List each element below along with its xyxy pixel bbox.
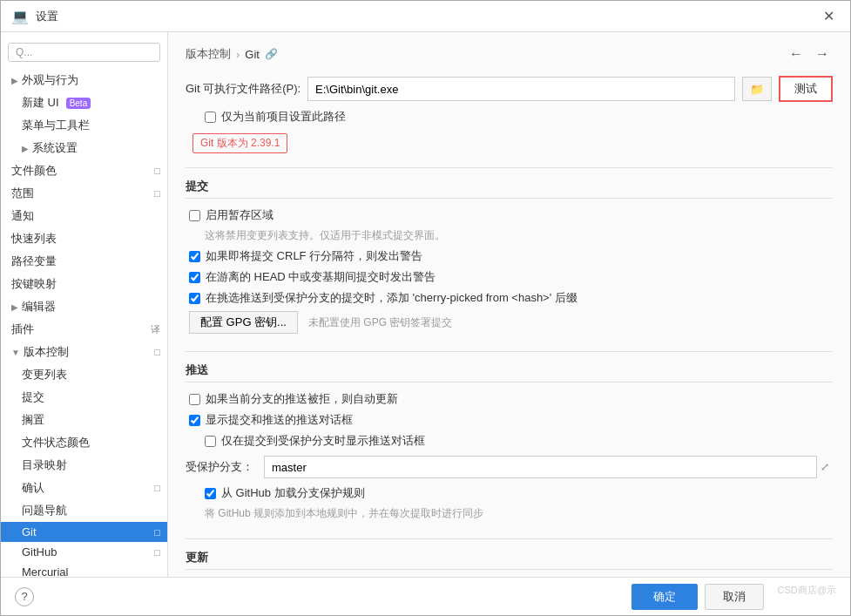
- from-github-checkbox[interactable]: [205, 488, 216, 499]
- expand-icon[interactable]: ⤢: [817, 461, 833, 473]
- sidebar-label-github: GitHub: [22, 545, 57, 558]
- sidebar-item-version-control[interactable]: ▼ 版本控制 □: [1, 341, 167, 363]
- crlf-label: 如果即将提交 CRLF 行分隔符，则发出警告: [206, 248, 422, 264]
- version-label: Git 版本为 2.39.1: [192, 133, 287, 153]
- chevron-right-icon: ▶: [11, 76, 18, 85]
- sidebar-item-editor[interactable]: ▶ 编辑器: [1, 295, 167, 318]
- sidebar-label-shelve: 搁置: [22, 412, 44, 428]
- sidebar-item-mercurial[interactable]: Mercurial: [1, 562, 167, 577]
- protected-dialog-label: 仅在提交到受保护分支时显示推送对话框: [221, 433, 425, 449]
- protected-branch-row: 受保护分支： ⤢: [186, 456, 833, 478]
- sidebar-label-file-colors: 文件颜色: [11, 163, 57, 179]
- sidebar-label-new-ui: 新建 UI: [22, 95, 59, 111]
- close-button[interactable]: ✕: [818, 6, 840, 26]
- chevron-down-icon: ▼: [11, 348, 20, 357]
- only-project-checkbox[interactable]: [205, 112, 216, 123]
- sidebar-item-issue-nav[interactable]: 问题导航: [1, 499, 167, 522]
- cherry-label: 在挑选推送到受保护分支的提交时，添加 'cherry-picked from <…: [206, 290, 577, 306]
- footer-right: 确定 取消 CSD商店@示: [631, 584, 836, 610]
- sidebar-label-appearance: 外观与行为: [22, 72, 78, 88]
- protected-dialog-checkbox[interactable]: [205, 436, 216, 447]
- auto-update-checkbox[interactable]: [189, 394, 200, 405]
- gpg-hint: 未配置使用 GPG 密钥签署提交: [308, 315, 452, 330]
- crlf-row: 如果即将提交 CRLF 行分隔符，则发出警告: [186, 248, 833, 264]
- push-section-title: 推送: [186, 362, 833, 382]
- help-button[interactable]: ?: [15, 587, 34, 606]
- git-path-input[interactable]: [307, 77, 735, 101]
- forward-button[interactable]: →: [812, 46, 833, 62]
- sidebar-item-confirm[interactable]: 确认 □: [1, 477, 167, 499]
- from-github-label: 从 GitHub 加载分支保护规则: [221, 485, 365, 501]
- sidebar-item-new-ui[interactable]: 新建 UI Beta: [1, 91, 167, 114]
- staging-label: 启用暂存区域: [206, 207, 274, 223]
- sidebar-item-commit-vc[interactable]: 提交: [1, 386, 167, 409]
- from-github-hint: 将 GitHub 规则添加到本地规则中，并在每次提取时进行同步: [186, 506, 833, 521]
- sidebar-item-appearance[interactable]: ▶ 外观与行为: [1, 69, 167, 91]
- staging-checkbox[interactable]: [189, 210, 200, 221]
- test-button[interactable]: 测试: [779, 76, 833, 102]
- sidebar-label-issue-nav: 问题导航: [22, 503, 67, 518]
- footer: ? 确定 取消 CSD商店@示: [1, 577, 850, 615]
- breadcrumb-separator: ›: [236, 48, 240, 61]
- sidebar-item-quick-list[interactable]: 快速列表: [1, 227, 167, 250]
- file-colors-badge: □: [154, 166, 160, 176]
- only-project-label: 仅为当前项目设置此路径: [221, 109, 346, 125]
- sidebar-item-path-vars[interactable]: 路径变量: [1, 250, 167, 273]
- sidebar-item-plugins[interactable]: 插件 译: [1, 318, 167, 341]
- sidebar-item-file-status[interactable]: 文件状态颜色: [1, 431, 167, 454]
- sidebar-item-menu-toolbar[interactable]: 菜单与工具栏: [1, 114, 167, 137]
- crlf-checkbox[interactable]: [189, 251, 200, 262]
- beta-badge: Beta: [66, 98, 91, 109]
- staging-row: 启用暂存区域: [186, 207, 833, 223]
- detached-checkbox[interactable]: [189, 272, 200, 283]
- sidebar-label-keymap: 按键映射: [11, 276, 57, 292]
- cherry-checkbox[interactable]: [189, 293, 200, 304]
- sidebar-item-keymap[interactable]: 按键映射: [1, 273, 167, 295]
- sidebar-item-dir-mapping[interactable]: 目录映射: [1, 454, 167, 477]
- update-section: 更新 更新方法： 合并 变基: [186, 550, 833, 577]
- sidebar-label-system: 系统设置: [32, 140, 78, 156]
- push-section: 推送 如果当前分支的推送被拒，则自动更新 显示提交和推送的推送对话框 仅在提交到…: [186, 362, 833, 521]
- sidebar-item-github[interactable]: GitHub □: [1, 542, 167, 562]
- sidebar-label-quick-list: 快速列表: [11, 231, 57, 247]
- gpg-button[interactable]: 配置 GPG 密钥...: [189, 311, 298, 334]
- cherry-row: 在挑选推送到受保护分支的提交时，添加 'cherry-picked from <…: [186, 290, 833, 306]
- update-section-title: 更新: [186, 550, 833, 570]
- sidebar-item-git[interactable]: Git □: [1, 522, 167, 542]
- detached-row: 在游离的 HEAD 中或变基期间提交时发出警告: [186, 269, 833, 285]
- sidebar-label-change-list: 变更列表: [22, 367, 67, 382]
- show-dialog-checkbox[interactable]: [189, 415, 200, 426]
- sidebar-item-scope[interactable]: 范围 □: [1, 182, 167, 205]
- sidebar-label-path-vars: 路径变量: [11, 254, 57, 269]
- sidebar-item-change-list[interactable]: 变更列表: [1, 363, 167, 386]
- sidebar-item-system-settings[interactable]: ▶ 系统设置: [1, 137, 167, 159]
- from-github-row: 从 GitHub 加载分支保护规则: [186, 485, 833, 501]
- footer-left: ?: [15, 587, 34, 606]
- sidebar-label-confirm: 确认: [22, 480, 44, 496]
- protected-branch-label: 受保护分支：: [186, 459, 264, 475]
- search-input[interactable]: [8, 43, 160, 62]
- sidebar-label-notifications: 通知: [11, 208, 34, 224]
- scope-badge: □: [154, 188, 160, 199]
- ok-button[interactable]: 确定: [631, 584, 698, 610]
- plugins-badge: 译: [151, 323, 160, 336]
- app-icon: 💻: [11, 8, 29, 24]
- cancel-button[interactable]: 取消: [705, 584, 764, 610]
- protected-branch-input[interactable]: [264, 456, 817, 478]
- sidebar-item-file-colors[interactable]: 文件颜色 □: [1, 159, 167, 182]
- nav-arrows: ← →: [786, 46, 833, 62]
- sidebar-label-dir-mapping: 目录映射: [22, 457, 67, 473]
- title-bar-left: 💻 设置: [11, 8, 58, 24]
- git-path-input-group: 📁 测试: [307, 76, 833, 102]
- chevron-right-icon2: ▶: [22, 144, 29, 153]
- browse-button[interactable]: 📁: [742, 77, 772, 101]
- sidebar-item-notifications[interactable]: 通知: [1, 205, 167, 227]
- github-badge: □: [154, 547, 160, 558]
- main-layout: ▶ 外观与行为 新建 UI Beta 菜单与工具栏 ▶ 系统设置: [1, 32, 850, 577]
- title-bar: 💻 设置 ✕: [1, 1, 850, 32]
- settings-window: 💻 设置 ✕ ▶ 外观与行为 新建 UI Beta: [0, 0, 851, 616]
- back-button[interactable]: ←: [786, 46, 807, 62]
- git-path-label: Git 可执行文件路径(P):: [186, 81, 307, 97]
- sidebar-item-shelve[interactable]: 搁置: [1, 409, 167, 431]
- content-area: 版本控制 › Git 🔗 ← → Git 可执行文件路径(P): 📁 测试: [168, 32, 850, 577]
